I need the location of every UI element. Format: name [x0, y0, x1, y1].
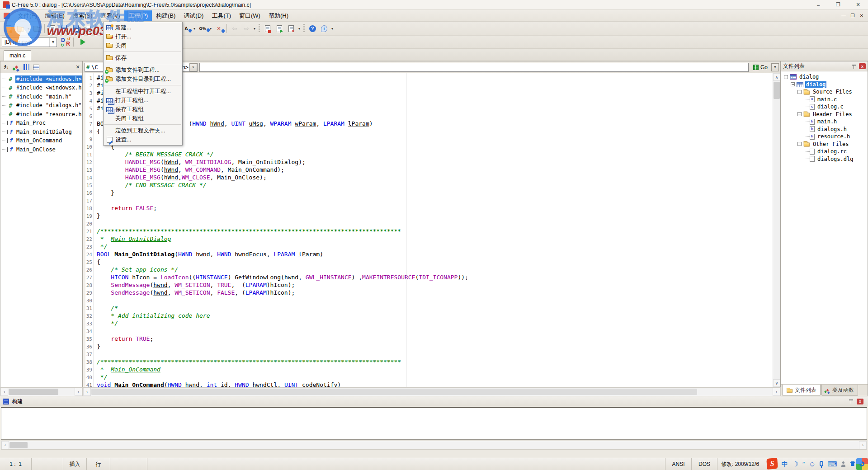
compiler-combo[interactable]: [D] mingw5 ▼ [2, 38, 57, 47]
menu-item-添加文件目录到工程...[interactable]: +添加文件目录到工程... [104, 75, 182, 84]
help-button[interactable]: ? [307, 23, 318, 34]
symbol-panel-hscrollbar[interactable]: ‹ › [0, 387, 83, 396]
fwd-button[interactable]: ⇨ [241, 23, 252, 34]
tree-item-dialog.c[interactable]: cdialog.c [781, 103, 868, 111]
saveall-button[interactable] [70, 23, 82, 34]
save-button[interactable] [58, 23, 70, 34]
scroll-up-arrow[interactable]: ∧ [773, 73, 780, 81]
close-icon[interactable]: ✕ [74, 64, 81, 70]
tree-expander-icon[interactable] [797, 90, 802, 94]
menu-item-关闭工程组[interactable]: 关闭工程组 [104, 114, 182, 123]
pin-icon[interactable] [851, 64, 857, 69]
menu-构建(B)[interactable]: 构建(B) [152, 10, 179, 21]
menu-窗口(W)[interactable]: 窗口(W) [235, 10, 264, 21]
go-button[interactable]: Go [750, 63, 770, 72]
ime-glyph-icon[interactable]: ☽ [793, 461, 798, 467]
menu-item-保存[interactable]: ↓保存 [104, 53, 182, 62]
stopx-button[interactable]: ✕ [285, 23, 297, 34]
menu-编辑(E)[interactable]: 编辑(E) [41, 10, 69, 21]
chevron-down-icon[interactable]: ∨ [189, 63, 197, 71]
chevron-down-icon[interactable]: ▾ [192, 27, 197, 31]
ime-glyph-icon[interactable]: ⌨ [827, 461, 837, 467]
build-output-hscrollbar[interactable]: ‹ › [1, 441, 867, 450]
tab-main.c[interactable]: main.c [4, 50, 31, 61]
menu-item-打开...[interactable]: ➔打开... [104, 32, 182, 41]
editor-vertical-scrollbar[interactable]: ∧ ∨ [773, 73, 780, 387]
minimize-button[interactable]: – [808, 0, 828, 10]
mdi-restore-button[interactable]: ❐ [848, 12, 857, 19]
tree-item-dialog[interactable]: dialog [781, 81, 868, 89]
new-button[interactable] [3, 23, 14, 34]
menu-item-在工程组中打开工程...[interactable]: 在工程组中打开工程... [104, 87, 182, 96]
members-filter-button[interactable] [11, 63, 21, 72]
symbol-Main_Proc[interactable]: fMain_Proc [0, 119, 82, 128]
scroll-thumb[interactable] [9, 442, 28, 448]
project-file-tree[interactable]: dialogdialogSource Filescmain.ccdialog.c… [781, 71, 868, 384]
back-button[interactable]: ⇦ [229, 23, 241, 34]
tree-expander-icon[interactable] [791, 82, 795, 86]
close-icon[interactable]: x [859, 63, 866, 69]
menu-item-定位到工程文件夹...[interactable]: 定位到工程文件夹... [104, 126, 182, 135]
symbol-Main_OnClose[interactable]: fMain_OnClose [0, 145, 82, 154]
compile-button[interactable] [262, 23, 274, 34]
symbol-#include <windowsx.h>[interactable]: ##include <windowsx.h> [0, 84, 82, 93]
closef-button[interactable] [31, 23, 42, 34]
ime-person-icon[interactable] [841, 461, 846, 466]
scroll-thumb[interactable] [9, 389, 58, 395]
pin-icon[interactable] [849, 399, 854, 404]
menu-item-添加文件到工程...[interactable]: +添加文件到工程... [104, 66, 182, 75]
menu-文件(F)[interactable]: 文件(F) [14, 10, 41, 21]
run-button[interactable] [75, 37, 87, 47]
debug-release-toggle[interactable]: D↺↻R [60, 37, 71, 47]
tree-item-dialog[interactable]: dialog [781, 73, 868, 81]
tree-item-dialogs.dlg[interactable]: dialogs.dlg [781, 155, 868, 163]
scroll-left-arrow[interactable]: ‹ [0, 388, 8, 396]
menu-工具(T)[interactable]: 工具(T) [208, 10, 235, 21]
symbol-#include "resource.h"[interactable]: ##include "resource.h" [0, 110, 82, 119]
tree-item-Source Files[interactable]: Source Files [781, 88, 868, 96]
tree-item-resource.h[interactable]: hresource.h [781, 133, 868, 141]
tree-item-main.h[interactable]: hmain.h [781, 118, 868, 126]
tree-item-dialog.rc[interactable]: dialog.rc [781, 148, 868, 155]
scroll-right-arrow[interactable]: › [773, 388, 780, 396]
menu-搜索(S)[interactable]: 搜索(S) [69, 10, 96, 21]
scroll-right-arrow[interactable]: › [859, 441, 867, 449]
details-view-button[interactable] [31, 63, 41, 72]
menu-item-设置...[interactable]: 设置... [104, 135, 182, 144]
ime-glyph-icon[interactable]: ” [802, 461, 805, 467]
penX-button[interactable]: ✕ [213, 23, 225, 34]
ime-shirt-icon[interactable] [850, 461, 855, 466]
doc-button[interactable] [47, 23, 58, 34]
print-button[interactable] [82, 23, 94, 34]
chevron-down-icon[interactable]: ▾ [26, 27, 31, 31]
mdi-minimize-button[interactable]: — [839, 12, 848, 19]
tree-expander-icon[interactable] [797, 142, 802, 146]
tree-expander-icon[interactable] [784, 75, 788, 79]
menu-item-保存工程组[interactable]: 保存工程组 [104, 105, 182, 114]
panel-tab-文件列表[interactable]: 文件列表 [782, 385, 821, 396]
mdi-close-button[interactable]: ✕ [857, 12, 866, 19]
scroll-down-arrow[interactable]: ∨ [773, 379, 780, 387]
scroll-left-arrow[interactable]: ‹ [1, 441, 9, 449]
ime-glyph-icon[interactable]: 中 [782, 461, 788, 467]
indent-view-button[interactable] [21, 63, 31, 72]
symbol-Main_OnInitDialog[interactable]: fMain_OnInitDialog [0, 127, 82, 136]
maximize-button[interactable]: ❒ [828, 0, 848, 10]
menu-item-打开工程组...[interactable]: 打开工程组... [104, 96, 182, 105]
tree-item-Other Files[interactable]: Other Files [781, 141, 868, 148]
scroll-left-arrow[interactable]: ‹ [83, 388, 91, 396]
symbol-#include "dialogs.h"[interactable]: ##include "dialogs.h" [0, 101, 82, 110]
editor-hscrollbar[interactable]: ‹ › [83, 387, 781, 396]
member-combo[interactable] [199, 63, 749, 72]
menu-item-新建...[interactable]: 新建... [104, 23, 182, 32]
scroll-right-arrow[interactable]: › [75, 388, 82, 396]
chevron-down-icon[interactable]: ▾ [252, 27, 257, 31]
menu-工程(P)[interactable]: 工程(P) [124, 10, 152, 21]
symbol-Main_OnCommand[interactable]: fMain_OnCommand [0, 136, 82, 146]
sogou-logo-icon[interactable]: S [766, 458, 778, 470]
sort-az-button[interactable]: AZ↓ [1, 63, 11, 72]
tree-item-main.c[interactable]: cmain.c [781, 96, 868, 103]
symbol-#include <windows.h>[interactable]: ##include <windows.h> [0, 75, 82, 84]
close-icon[interactable]: x [857, 399, 863, 404]
chevron-down-icon[interactable]: ▼ [771, 63, 779, 71]
